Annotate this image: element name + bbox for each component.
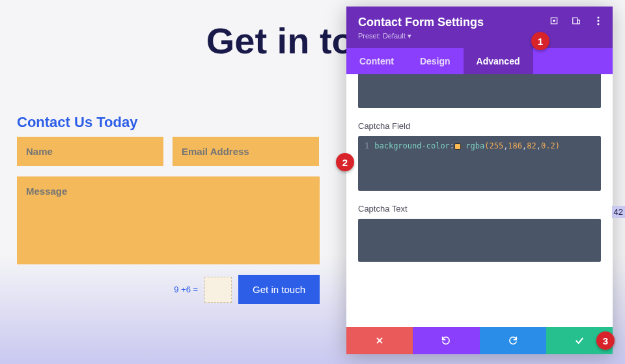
- email-field[interactable]: [173, 137, 319, 166]
- responsive-icon[interactable]: [571, 16, 581, 26]
- captcha-row: 9 +6 = Get in touch: [17, 275, 320, 304]
- contact-heading: Contact Us Today: [17, 114, 137, 131]
- name-field[interactable]: [17, 137, 163, 166]
- menu-icon[interactable]: [593, 16, 604, 26]
- svg-point-4: [597, 16, 599, 18]
- section-label-captcha-text: Captcha Text: [358, 204, 601, 214]
- line-number: 1: [365, 141, 369, 150]
- action-bar: [346, 327, 613, 354]
- preset-dropdown[interactable]: Preset: Default ▾: [358, 32, 601, 40]
- css-function: rgba: [465, 141, 484, 150]
- redo-button[interactable]: [480, 327, 546, 354]
- annotation-badge-2: 2: [336, 153, 354, 171]
- expand-icon[interactable]: [549, 16, 559, 26]
- section-label-captcha-field: Captcha Field: [358, 121, 601, 131]
- contact-form: 9 +6 = Get in touch: [17, 137, 320, 304]
- color-swatch-icon: [454, 143, 461, 150]
- tabs: Content Design Advanced: [346, 48, 613, 74]
- annotation-badge-1: 1: [531, 32, 549, 50]
- svg-rect-2: [573, 18, 577, 23]
- captcha-label: 9 +6 =: [174, 285, 198, 294]
- code-editor-captcha-text[interactable]: [358, 219, 601, 262]
- svg-rect-3: [577, 20, 580, 24]
- tab-design[interactable]: Design: [407, 48, 464, 74]
- svg-point-6: [597, 23, 599, 25]
- captcha-input[interactable]: [204, 277, 232, 303]
- panel-header: Contact Form Settings Preset: Default ▾: [346, 7, 613, 48]
- tab-advanced[interactable]: Advanced: [464, 48, 533, 74]
- side-marker: 42: [612, 206, 625, 218]
- css-property: background-color: [374, 141, 450, 150]
- code-editor-previous[interactable]: [358, 74, 601, 108]
- svg-point-5: [597, 20, 599, 21]
- tab-content[interactable]: Content: [346, 48, 407, 74]
- undo-button[interactable]: [413, 327, 479, 354]
- svg-point-1: [553, 20, 555, 21]
- panel-body: Captcha Field 1background-color: rgba(25…: [346, 74, 613, 327]
- cancel-button[interactable]: [346, 327, 413, 354]
- message-field[interactable]: [17, 176, 320, 264]
- settings-panel: Contact Form Settings Preset: Default ▾ …: [346, 7, 613, 354]
- annotation-badge-3: 3: [596, 331, 615, 350]
- code-editor-captcha-field[interactable]: 1background-color: rgba(255,186,82,0.2): [358, 136, 601, 191]
- submit-button[interactable]: Get in touch: [238, 275, 320, 304]
